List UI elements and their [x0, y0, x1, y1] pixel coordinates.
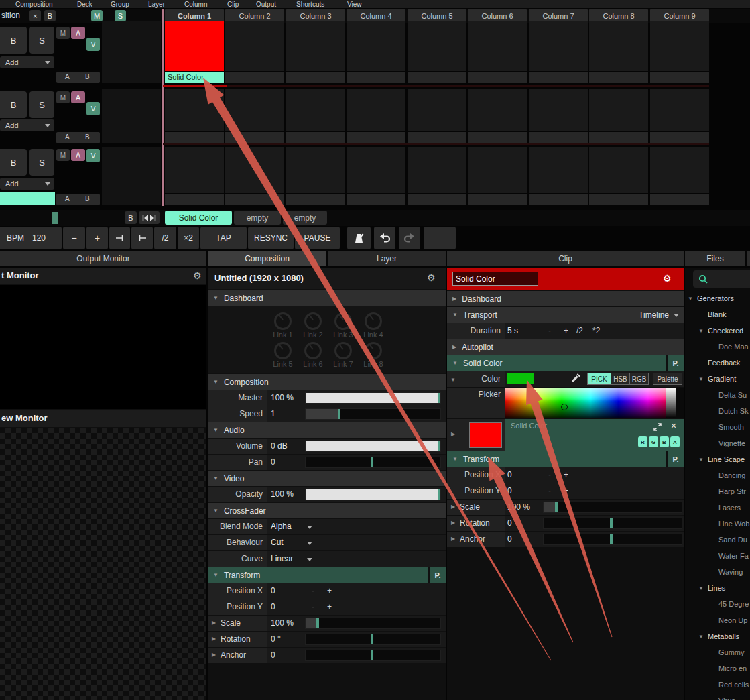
layer-2-bypass-button[interactable]: B [0, 91, 27, 118]
clip-cell-1-8[interactable] [589, 21, 648, 71]
tab-next-partial[interactable] [747, 251, 750, 266]
double-button[interactable]: *2 [592, 326, 600, 335]
deck-skip-buttons[interactable] [139, 211, 160, 224]
color-mode-hsb[interactable]: HSB [611, 373, 630, 385]
files-tree-item-micro-en[interactable]: Micro en [685, 660, 750, 677]
slider-handle[interactable] [610, 534, 613, 544]
layer-1-v-button[interactable]: V [86, 38, 100, 51]
clip-cell-2-5[interactable] [408, 89, 466, 131]
tab-clip[interactable]: Clip [447, 251, 684, 266]
param-slider[interactable] [305, 457, 441, 468]
undo-button[interactable] [374, 227, 395, 249]
slider-handle[interactable] [371, 650, 373, 660]
halve-button[interactable]: /2 [576, 326, 583, 335]
clip-cell-label-2-2[interactable] [225, 132, 284, 143]
param-value[interactable]: 0 [271, 457, 275, 467]
clip-pin-button[interactable]: P. [668, 451, 684, 467]
increment-button[interactable]: + [564, 486, 568, 495]
files-tree-item-metaballs[interactable]: ▼Metaballs [685, 628, 750, 644]
clip-cell-label-2-1[interactable] [165, 132, 224, 143]
slider-handle[interactable] [555, 502, 558, 512]
files-tree-item-45-degre[interactable]: 45 Degre [685, 596, 750, 612]
clip-cell-label-2-8[interactable] [589, 132, 648, 143]
layer-3-a-button[interactable]: A [71, 149, 85, 161]
menu-shortcuts[interactable]: Shortcuts [296, 0, 324, 8]
increment-button[interactable]: + [564, 326, 568, 335]
bpm-double-button[interactable]: ×2 [178, 227, 199, 249]
files-tree-item-waving[interactable]: Waving [685, 564, 750, 580]
expand-icon[interactable] [653, 423, 662, 431]
dashboard-knob-8[interactable] [365, 342, 382, 359]
param-value[interactable]: 100 % [271, 618, 294, 628]
files-tree-item-generators[interactable]: ▼Generators [685, 290, 750, 306]
clip-cell-3-7[interactable] [529, 147, 588, 193]
clip-cell-label-2-3[interactable] [286, 132, 345, 143]
param-value[interactable]: 0 [507, 534, 512, 544]
tap-button[interactable]: TAP [200, 227, 247, 249]
clip-section-transport[interactable]: ▼TransportTimeline [447, 307, 684, 323]
layer-3-blend-dropdown[interactable]: Add [0, 178, 54, 190]
files-tree-item-lines[interactable]: ▼Lines [685, 580, 750, 596]
param-value[interactable]: 0 [507, 486, 512, 495]
param-value[interactable]: 0 dB [271, 441, 288, 451]
param-slider[interactable] [305, 408, 441, 420]
increment-button[interactable]: + [327, 602, 332, 611]
slider-handle[interactable] [610, 518, 613, 528]
layer-3-bypass-button[interactable]: B [0, 149, 27, 176]
channel-b-button[interactable]: B [660, 436, 669, 447]
param-slider[interactable] [543, 518, 682, 529]
color-mode-pick[interactable]: PICK [587, 373, 611, 385]
color-palette-button[interactable]: Palette [653, 373, 682, 385]
chevron-right-icon[interactable]: ▶ [451, 504, 455, 510]
tab-files[interactable]: Files [685, 251, 745, 266]
chevron-right-icon[interactable]: ▶ [451, 431, 455, 437]
files-tree-item-line-wob[interactable]: Line Wob [685, 516, 750, 532]
menu-deck[interactable]: Deck [77, 0, 92, 8]
chevron-down-icon[interactable]: ▼ [688, 296, 693, 302]
clip-cell-label-2-7[interactable] [529, 132, 588, 143]
layer-1-bypass-button[interactable]: B [0, 27, 27, 54]
param-value[interactable]: Linear [271, 554, 293, 563]
slider-handle[interactable] [438, 393, 440, 403]
comp-section-video[interactable]: ▼Video [208, 471, 446, 486]
clip-cell-2-8[interactable] [589, 89, 648, 131]
chevron-right-icon[interactable]: ▶ [451, 536, 455, 542]
clip-cell-label-2-6[interactable] [468, 132, 527, 143]
clip-cell-label-3-9[interactable] [650, 194, 709, 205]
param-slider[interactable] [543, 534, 682, 545]
comp-section-transform[interactable]: ▼Transform [208, 567, 428, 583]
slider-handle[interactable] [338, 409, 340, 419]
clip-cell-2-9[interactable] [650, 89, 709, 131]
files-tree-item-gummy[interactable]: Gummy [685, 644, 750, 660]
clip-name-input[interactable] [452, 272, 538, 286]
files-tree-item-harp-str[interactable]: Harp Str [685, 483, 750, 500]
bpm-decrease-button[interactable]: − [63, 227, 85, 249]
files-tree-item-sand-du[interactable]: Sand Du [685, 532, 750, 548]
color-mode-rgb[interactable]: RGB [630, 373, 649, 385]
bpm-increase-button[interactable]: + [86, 227, 108, 249]
clip-pin-button[interactable]: P. [668, 355, 684, 371]
param-value[interactable]: Cut [271, 538, 284, 547]
clip-cell-3-4[interactable] [347, 147, 405, 193]
param-value[interactable]: 0 [507, 470, 512, 479]
clip-cell-label-3-2[interactable] [225, 194, 284, 205]
files-tree-item-smooth[interactable]: Smooth [685, 419, 750, 435]
channel-g-button[interactable]: G [649, 436, 658, 447]
slider-handle[interactable] [316, 618, 319, 628]
clip-cell-label-1-7[interactable] [529, 72, 588, 83]
layer-2-solo-button[interactable]: S [29, 91, 54, 118]
clip-cell-2-3[interactable] [286, 89, 345, 131]
clip-cell-label-1-8[interactable] [589, 72, 648, 83]
clip-transport-mode-dropdown[interactable]: Timeline [639, 310, 669, 320]
param-slider[interactable] [305, 650, 441, 661]
bpm-display[interactable]: BPM 120 [0, 227, 62, 249]
layer-3-m-button[interactable]: M [56, 149, 70, 161]
files-tree-item-blank[interactable]: Blank [685, 306, 750, 323]
resync-button[interactable]: RESYNC [248, 227, 294, 249]
slider-handle[interactable] [438, 489, 440, 500]
decrement-button[interactable]: - [312, 602, 314, 611]
layer-1-a-button[interactable]: A [71, 27, 85, 39]
clip-cell-1-3[interactable] [286, 21, 345, 71]
gear-icon[interactable]: ⚙ [427, 273, 436, 282]
layer-2-crossfader-ab[interactable]: AB [56, 132, 100, 143]
